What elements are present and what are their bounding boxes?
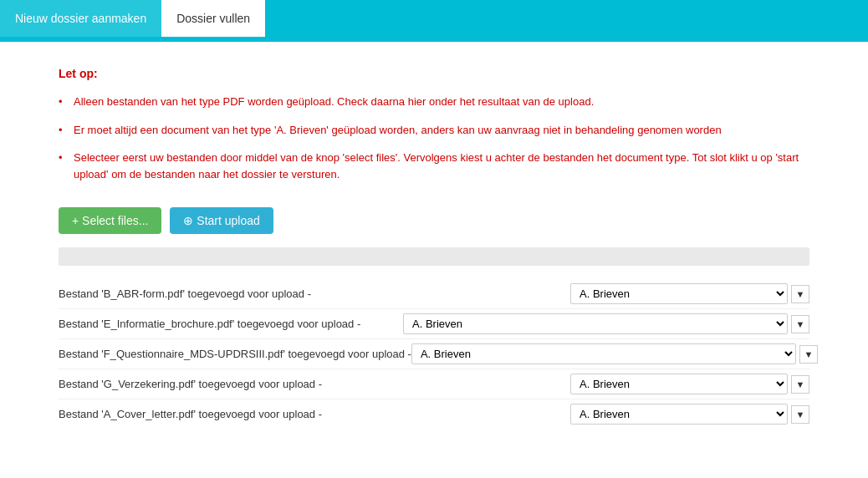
file-label: Bestand 'G_Verzekering.pdf' toegevoegd v…: [59, 378, 570, 390]
warning-item-1: Alleen bestanden van het type PDF worden…: [59, 94, 809, 110]
top-nav: Nieuw dossier aanmaken Dossier vullen: [0, 0, 868, 37]
file-label: Bestand 'B_ABR-form.pdf' toegevoegd voor…: [59, 287, 570, 300]
warning-list: Alleen bestanden van het type PDF worden…: [59, 94, 809, 182]
start-upload-button[interactable]: ⊕ Start upload: [170, 207, 273, 234]
warning-item-3: Selecteer eerst uw bestanden door middel…: [59, 150, 809, 182]
dropdown-arrow-icon[interactable]: ▼: [799, 345, 818, 364]
file-type-select[interactable]: A. Brieven: [403, 313, 788, 334]
file-type-select[interactable]: A. Brieven: [411, 343, 796, 364]
file-select-wrapper: A. Brieven ▼: [403, 313, 809, 334]
dropdown-arrow-icon[interactable]: ▼: [791, 375, 809, 394]
file-label: Bestand 'E_Informatie_brochure.pdf' toeg…: [59, 318, 403, 330]
progress-bar-area: [59, 247, 809, 266]
select-files-button[interactable]: + Select files...: [59, 207, 161, 234]
dropdown-arrow-icon[interactable]: ▼: [791, 285, 809, 303]
file-type-select[interactable]: A. Brieven: [570, 404, 788, 425]
file-type-select[interactable]: A. Brieven: [570, 283, 788, 304]
warning-title: Let op:: [59, 67, 809, 80]
file-label: Bestand 'F_Questionnaire_MDS-UPDRSIII.pd…: [59, 348, 411, 360]
file-row: Bestand 'F_Questionnaire_MDS-UPDRSIII.pd…: [59, 339, 809, 369]
dropdown-arrow-icon[interactable]: ▼: [791, 315, 809, 333]
file-row: Bestand 'G_Verzekering.pdf' toegevoegd v…: [59, 369, 809, 399]
file-select-wrapper: A. Brieven ▼: [570, 283, 809, 304]
file-list: Bestand 'B_ABR-form.pdf' toegevoegd voor…: [59, 279, 809, 429]
file-row: Bestand 'B_ABR-form.pdf' toegevoegd voor…: [59, 279, 809, 309]
file-row: Bestand 'E_Informatie_brochure.pdf' toeg…: [59, 309, 809, 339]
button-row: + Select files... ⊕ Start upload: [59, 207, 809, 234]
file-label: Bestand 'A_Cover_letter.pdf' toegevoegd …: [59, 408, 570, 420]
file-select-wrapper: A. Brieven ▼: [411, 343, 818, 364]
nav-item-dossier-vullen[interactable]: Dossier vullen: [161, 0, 265, 37]
warning-item-2: Er moet altijd een document van het type…: [59, 122, 809, 139]
file-select-wrapper: A. Brieven ▼: [570, 374, 809, 394]
file-select-wrapper: A. Brieven ▼: [570, 404, 809, 425]
file-row: Bestand 'A_Cover_letter.pdf' toegevoegd …: [59, 399, 809, 429]
file-type-select[interactable]: A. Brieven: [570, 374, 788, 394]
nav-item-new-dossier[interactable]: Nieuw dossier aanmaken: [0, 0, 161, 37]
dropdown-arrow-icon[interactable]: ▼: [791, 405, 809, 424]
main-content: Let op: Alleen bestanden van het type PD…: [0, 42, 868, 454]
